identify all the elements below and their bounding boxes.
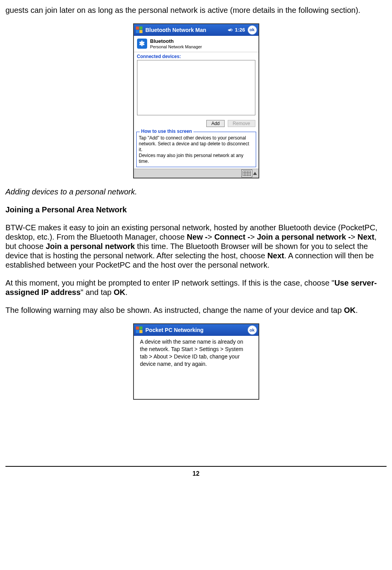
- remove-button: Remove: [228, 120, 255, 127]
- keyboard-icon[interactable]: [241, 169, 252, 177]
- how-to-legend: How to use this screen: [140, 129, 194, 134]
- pocketpc-screenshot-2: Pocket PC Networking ok A device with th…: [133, 323, 259, 400]
- screenshot-1-caption: Adding devices to a personal network.: [5, 187, 387, 196]
- windows-logo-icon[interactable]: [135, 326, 143, 334]
- screenshot-1-container: Bluetooth Network Man ◀ၗ 1:26 ok ✱ Bluet…: [5, 23, 387, 178]
- paragraph-ip-settings: At this moment, you might be prompted to…: [5, 278, 387, 297]
- connected-devices-list[interactable]: [137, 60, 255, 115]
- page-number: 12: [193, 470, 200, 477]
- menu-up-icon[interactable]: [253, 172, 257, 175]
- screenshot-2-container: Pocket PC Networking ok A device with th…: [5, 323, 387, 400]
- windows-logo-icon[interactable]: [135, 26, 143, 34]
- page-footer: 12: [5, 466, 387, 485]
- how-to-use-box: How to use this screen Tap "Add" to conn…: [136, 132, 256, 167]
- paragraph-join: BTW-CE makes it easy to join an existing…: [5, 223, 387, 270]
- add-button[interactable]: Add: [206, 120, 225, 127]
- dialog-titlebar: Pocket PC Networking ok: [134, 324, 258, 336]
- ok-button[interactable]: ok: [248, 325, 257, 335]
- speaker-icon[interactable]: ◀ၗ: [228, 27, 232, 33]
- dialog-title: Pocket PC Networking: [146, 327, 245, 334]
- bottom-bar: [134, 169, 258, 178]
- ok-button[interactable]: ok: [248, 25, 257, 35]
- connected-devices-label: Connected devices:: [134, 52, 258, 59]
- titlebar: Bluetooth Network Man ◀ၗ 1:26 ok: [134, 24, 258, 36]
- app-subtitle: Personal Network Manager: [150, 44, 202, 49]
- how-to-text-1: Tap "Add" to connect other devices to yo…: [139, 135, 253, 153]
- pocketpc-screenshot-1: Bluetooth Network Man ◀ၗ 1:26 ok ✱ Bluet…: [133, 23, 259, 178]
- how-to-text-2: Devices may also join this personal netw…: [139, 153, 253, 164]
- intro-paragraph: guests can join later on as long as the …: [5, 5, 387, 15]
- app-header: ✱ Bluetooth Personal Network Manager: [134, 36, 258, 52]
- bluetooth-icon: ✱: [137, 39, 147, 49]
- app-title: Bluetooth: [150, 38, 202, 44]
- clock: 1:26: [235, 27, 245, 33]
- dialog-body-text: A device with the same name is already o…: [134, 336, 258, 399]
- paragraph-warning: The following warning may also be shown.…: [5, 305, 387, 315]
- window-title: Bluetooth Network Man: [146, 27, 226, 34]
- section-heading-joining: Joining a Personal Area Network: [5, 205, 387, 214]
